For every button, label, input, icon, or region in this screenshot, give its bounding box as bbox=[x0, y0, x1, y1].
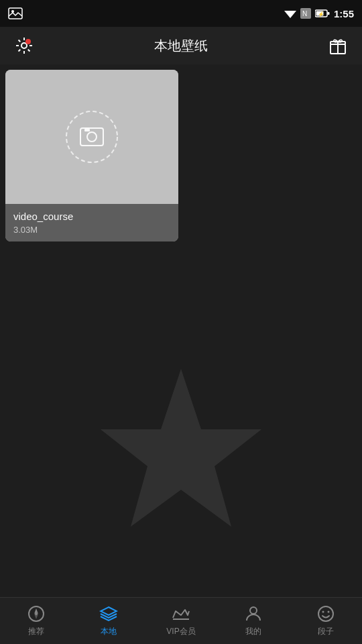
svg-point-9 bbox=[21, 43, 27, 48]
gift-icon bbox=[328, 36, 347, 55]
svg-line-16 bbox=[19, 50, 21, 52]
svg-marker-2 bbox=[284, 11, 296, 18]
svg-rect-0 bbox=[9, 8, 22, 19]
person-icon bbox=[244, 604, 263, 623]
wallpaper-card[interactable]: video_course 3.03M bbox=[5, 70, 178, 241]
svg-point-30 bbox=[35, 612, 38, 615]
nav-item-vip[interactable]: VIP会员 bbox=[145, 604, 217, 637]
star-watermark-icon bbox=[80, 356, 282, 557]
svg-marker-22 bbox=[101, 369, 261, 527]
battery-icon: ⚡ bbox=[315, 9, 330, 17]
svg-rect-7 bbox=[327, 12, 329, 15]
card-size: 3.03M bbox=[13, 225, 170, 235]
card-info: video_course 3.03M bbox=[5, 204, 178, 241]
layers-icon bbox=[99, 604, 118, 623]
gear-icon bbox=[15, 36, 34, 55]
nav-label-vip: VIP会员 bbox=[166, 626, 195, 637]
bottom-nav: 推荐 本地 VIP会员 我的 bbox=[0, 597, 362, 644]
svg-point-36 bbox=[328, 611, 330, 613]
nav-item-mine[interactable]: 我的 bbox=[217, 604, 290, 637]
time-display: 1:55 bbox=[334, 8, 354, 19]
svg-point-18 bbox=[25, 39, 31, 44]
svg-point-34 bbox=[318, 606, 333, 621]
vip-icon bbox=[172, 604, 190, 623]
gallery-icon bbox=[8, 7, 23, 19]
card-name: video_course bbox=[13, 211, 170, 222]
recommend-icon bbox=[27, 604, 46, 623]
svg-point-23 bbox=[66, 111, 117, 162]
gift-button[interactable] bbox=[324, 32, 351, 59]
wallpaper-grid: video_course 3.03M bbox=[5, 70, 357, 241]
svg-line-15 bbox=[28, 50, 30, 52]
settings-button[interactable] bbox=[11, 32, 38, 59]
crown-icon bbox=[172, 604, 190, 623]
compass-icon bbox=[27, 604, 46, 623]
nav-label-mine: 我的 bbox=[245, 626, 261, 637]
svg-rect-26 bbox=[84, 129, 90, 131]
nav-label-duanzi: 段子 bbox=[318, 626, 334, 637]
wifi-icon bbox=[284, 9, 296, 18]
page-title: 本地壁纸 bbox=[38, 37, 324, 55]
svg-rect-24 bbox=[80, 128, 103, 146]
svg-line-14 bbox=[19, 40, 21, 42]
svg-text:⚡: ⚡ bbox=[318, 11, 324, 17]
signal-icon: N bbox=[300, 8, 311, 19]
status-bar-right: N ⚡ 1:55 bbox=[284, 8, 354, 19]
status-bar: N ⚡ 1:55 bbox=[0, 0, 362, 27]
header: 本地壁纸 bbox=[0, 27, 362, 64]
smiley-icon bbox=[316, 604, 335, 623]
svg-point-33 bbox=[250, 607, 257, 614]
image-placeholder-icon bbox=[62, 107, 122, 167]
card-thumbnail bbox=[5, 70, 178, 204]
svg-text:N: N bbox=[302, 10, 307, 17]
content-area: video_course 3.03M bbox=[0, 64, 362, 597]
status-bar-left bbox=[8, 7, 23, 19]
svg-marker-31 bbox=[101, 607, 117, 615]
bg-watermark bbox=[80, 356, 282, 557]
nav-item-local[interactable]: 本地 bbox=[72, 604, 145, 637]
mine-icon bbox=[244, 604, 263, 623]
nav-item-duanzi[interactable]: 段子 bbox=[290, 604, 362, 637]
svg-point-35 bbox=[322, 611, 324, 613]
nav-item-recommend[interactable]: 推荐 bbox=[0, 604, 72, 637]
nav-label-local: 本地 bbox=[101, 626, 117, 637]
svg-point-25 bbox=[87, 132, 97, 142]
nav-label-recommend: 推荐 bbox=[28, 626, 44, 637]
duanzi-icon bbox=[316, 604, 335, 623]
local-icon bbox=[99, 604, 118, 623]
